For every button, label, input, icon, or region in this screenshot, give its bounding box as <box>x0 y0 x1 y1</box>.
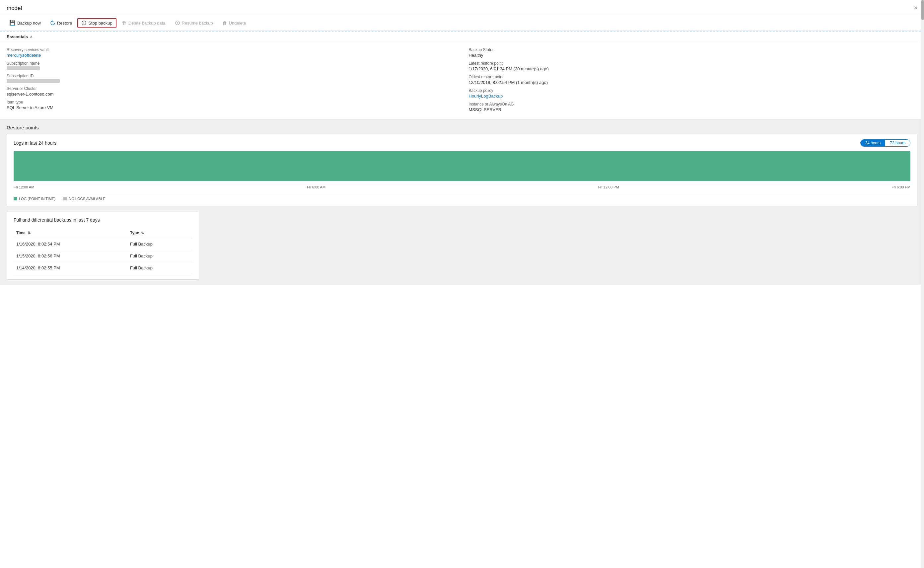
info-recovery-vault: Recovery services vault mercurysoftdelet… <box>7 47 456 58</box>
info-server-cluster: Server or Cluster sqlserver-1.contoso.co… <box>7 86 456 97</box>
row-type-0: Full Backup <box>127 238 192 250</box>
chart-header: Logs in last 24 hours 24 hours 72 hours <box>14 139 910 147</box>
time-toggle: 24 hours 72 hours <box>860 139 910 147</box>
toolbar: 💾 Backup now Restore Stop backup 🗑 Delet… <box>0 15 924 31</box>
backups-table: Time ⇅ Type ⇅ 1/16/2020, 8:02:54 PM Full… <box>14 228 192 274</box>
row-time-0: 1/16/2020, 8:02:54 PM <box>14 238 127 250</box>
info-oldest-restore: Oldest restore point 12/10/2019, 8:02:54… <box>469 75 918 85</box>
chart-label-0: Fri 12:00 AM <box>14 185 34 189</box>
item-type-value: SQL Server in Azure VM <box>7 105 456 110</box>
legend-no-logs-label: NO LOGS AVAILABLE <box>69 197 105 201</box>
legend-no-logs: NO LOGS AVAILABLE <box>63 197 105 201</box>
chart-title: Logs in last 24 hours <box>14 140 56 146</box>
recovery-vault-value[interactable]: mercurysoftdelete <box>7 53 456 58</box>
essentials-bar[interactable]: Essentials ∧ <box>0 31 924 42</box>
backups-table-card: Full and differential backups in last 7 … <box>7 211 199 280</box>
table-row: 1/15/2020, 8:02:56 PM Full Backup <box>14 250 192 262</box>
legend-gray-dot <box>63 197 67 200</box>
chart-area <box>14 151 910 181</box>
close-button[interactable]: × <box>914 5 917 12</box>
info-backup-policy: Backup policy HourlyLogBackup <box>469 88 918 98</box>
row-time-1: 1/15/2020, 8:02:56 PM <box>14 250 127 262</box>
legend-log-label: LOG (POINT IN TIME) <box>19 197 56 201</box>
info-item-type: Item type SQL Server in Azure VM <box>7 100 456 110</box>
info-subscription-id: Subscription ID <box>7 74 456 83</box>
restore-button[interactable]: Restore <box>46 18 76 27</box>
info-backup-status: Backup Status Healthy <box>469 47 918 58</box>
chart-legend: LOG (POINT IN TIME) NO LOGS AVAILABLE <box>14 194 910 201</box>
resume-backup-icon <box>175 20 180 26</box>
undelete-button[interactable]: 🗑 Undelete <box>218 18 250 28</box>
legend-green-dot <box>14 197 17 200</box>
type-sort-icon[interactable]: ⇅ <box>141 231 144 235</box>
backup-status-value: Healthy <box>469 53 918 58</box>
info-left-column: Recovery services vault mercurysoftdelet… <box>7 47 456 112</box>
title-bar: model × <box>0 0 924 15</box>
window-title: model <box>7 5 22 12</box>
72-hours-button[interactable]: 72 hours <box>885 140 910 146</box>
info-grid: Recovery services vault mercurysoftdelet… <box>0 42 924 119</box>
backup-now-button[interactable]: 💾 Backup now <box>5 18 45 28</box>
chart-label-3: Fri 6:00 PM <box>891 185 910 189</box>
row-time-2: 1/14/2020, 8:02:55 PM <box>14 262 127 274</box>
essentials-label: Essentials <box>7 34 28 39</box>
restore-points-title: Restore points <box>7 125 917 130</box>
info-latest-restore: Latest restore point 1/17/2020, 6:01:34 … <box>469 61 918 71</box>
restore-icon <box>50 20 56 26</box>
server-cluster-value: sqlserver-1.contoso.com <box>7 92 456 97</box>
subscription-name-placeholder <box>7 66 40 70</box>
24-hours-button[interactable]: 24 hours <box>861 140 886 146</box>
main-content: Restore points Logs in last 24 hours 24 … <box>0 119 924 285</box>
latest-restore-value: 1/17/2020, 6:01:34 PM (20 minute(s) ago) <box>469 66 918 71</box>
resume-backup-button[interactable]: Resume backup <box>171 18 217 27</box>
info-subscription-name: Subscription name <box>7 61 456 70</box>
chart-time-labels: Fri 12:00 AM Fri 6:00 AM Fri 12:00 PM Fr… <box>14 184 910 190</box>
essentials-chevron-icon: ∧ <box>30 35 33 39</box>
info-right-column: Backup Status Healthy Latest restore poi… <box>469 47 918 112</box>
table-row: 1/16/2020, 8:02:54 PM Full Backup <box>14 238 192 250</box>
chart-card: Logs in last 24 hours 24 hours 72 hours … <box>7 134 917 206</box>
info-instance: Instance or AlwaysOn AG MSSQLSERVER <box>469 102 918 112</box>
oldest-restore-value: 12/10/2019, 8:02:54 PM (1 month(s) ago) <box>469 80 918 85</box>
backup-policy-value[interactable]: HourlyLogBackup <box>469 94 918 98</box>
time-sort-icon[interactable]: ⇅ <box>27 231 30 235</box>
subscription-id-placeholder <box>7 79 60 83</box>
row-type-2: Full Backup <box>127 262 192 274</box>
backup-now-icon: 💾 <box>9 20 16 26</box>
chart-label-2: Fri 12:00 PM <box>598 185 619 189</box>
stop-backup-button[interactable]: Stop backup <box>77 18 116 27</box>
delete-backup-icon: 🗑 <box>122 20 127 26</box>
chart-bar <box>14 151 910 181</box>
row-type-1: Full Backup <box>127 250 192 262</box>
scrollbar-thumb[interactable] <box>921 0 924 20</box>
stop-backup-icon <box>81 20 87 26</box>
col-time: Time ⇅ <box>14 228 127 238</box>
scrollbar[interactable] <box>921 0 924 568</box>
chart-label-1: Fri 6:00 AM <box>307 185 326 189</box>
undelete-icon: 🗑 <box>222 20 227 26</box>
table-card-title: Full and differential backups in last 7 … <box>14 217 192 223</box>
delete-backup-button[interactable]: 🗑 Delete backup data <box>118 18 169 28</box>
legend-log-point: LOG (POINT IN TIME) <box>14 197 56 201</box>
table-row: 1/14/2020, 8:02:55 PM Full Backup <box>14 262 192 274</box>
col-type: Type ⇅ <box>127 228 192 238</box>
instance-value: MSSQLSERVER <box>469 107 918 112</box>
